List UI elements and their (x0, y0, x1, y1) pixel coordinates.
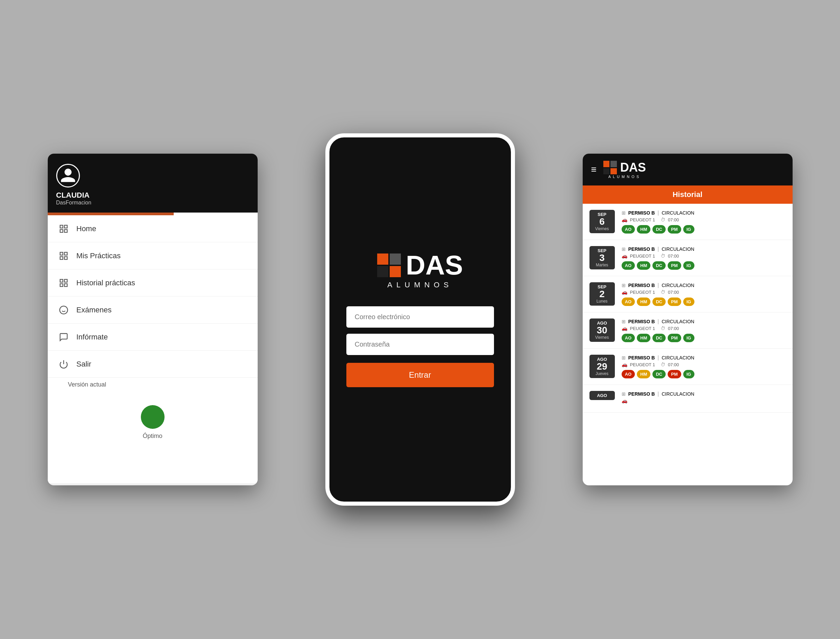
logo-grid (377, 253, 401, 277)
screens-container: CLAUDIA DasFormacion Home (48, 32, 792, 607)
right-logo-wrapper: DAS ALUMNOS (603, 161, 646, 179)
history-item: AGO ⊞ PERMISO B | CIRCULACION 🚗 (583, 385, 792, 413)
r-logo-cell-3 (603, 168, 610, 175)
nav-item-salir[interactable]: Salir (48, 351, 258, 378)
item-subtype: CIRCULACION (662, 355, 694, 361)
svg-rect-7 (64, 256, 67, 259)
tags-container: AOHMDCPMIG (622, 261, 786, 270)
date-badge: SEP 2 Lunes (589, 282, 615, 306)
item-subtype: CIRCULACION (662, 391, 694, 397)
nav-item-examenes[interactable]: Exámenes (48, 296, 258, 324)
clock-icon: ⏱ (660, 253, 665, 259)
separator: | (657, 282, 659, 288)
clock-icon: ⏱ (660, 217, 665, 223)
left-header: CLAUDIA DasFormacion (48, 154, 258, 213)
r-logo-cell-1 (603, 161, 610, 167)
user-name: CLAUDIA (56, 191, 249, 200)
svg-rect-10 (60, 284, 63, 286)
left-screen: CLAUDIA DasFormacion Home (48, 154, 258, 485)
date-day: 2 (593, 289, 611, 299)
separator: | (657, 355, 659, 361)
item-subtype: CIRCULACION (662, 283, 694, 288)
nav-item-historial[interactable]: Historial prácticas (48, 269, 258, 296)
tag-pm: PM (668, 225, 681, 234)
avatar (56, 164, 80, 188)
content-area: Óptimo (48, 392, 258, 447)
password-input[interactable] (346, 334, 494, 355)
tag-hm: HM (637, 297, 651, 306)
svg-rect-0 (60, 225, 63, 228)
item-car-row: 🚗 (622, 398, 786, 404)
email-input[interactable] (346, 306, 494, 327)
car-icon: 🚗 (622, 217, 627, 223)
history-item: SEP 6 Viernes ⊞ PERMISO B | CIRCULACION … (583, 204, 792, 240)
tag-dc: DC (652, 334, 666, 342)
nav-salir-label: Salir (76, 360, 91, 369)
item-time: 07:00 (668, 362, 679, 367)
right-screen: ≡ DAS ALUMNOS Historial SEP (583, 154, 792, 485)
center-screen: DAS ALUMNOS Entrar (325, 134, 515, 505)
tag-ig: IG (683, 297, 695, 306)
smile-icon (58, 304, 70, 316)
history-item: SEP 2 Lunes ⊞ PERMISO B | CIRCULACION 🚗 … (583, 276, 792, 312)
date-badge: AGO 30 Viernes (589, 318, 615, 342)
item-subtype: CIRCULACION (662, 246, 694, 252)
date-badge: SEP 3 Martes (589, 246, 615, 269)
tag-hm: HM (637, 261, 651, 270)
left-content: Home Mis Prácticas (48, 213, 258, 483)
tag-dc: DC (652, 297, 666, 306)
svg-rect-8 (60, 279, 63, 282)
separator: | (657, 318, 659, 324)
tag-ao: AO (622, 370, 635, 378)
green-dot (141, 405, 165, 429)
nav-practicas-label: Mis Prácticas (76, 251, 121, 260)
tag-hm: HM (637, 225, 651, 234)
svg-rect-3 (64, 229, 67, 232)
svg-rect-11 (64, 284, 67, 286)
date-badge: SEP 6 Viernes (589, 210, 615, 233)
item-car-row: 🚗 PEUGEOT 1 ⏱07:00 (622, 289, 786, 295)
svg-rect-1 (64, 225, 67, 228)
nav-historial-label: Historial prácticas (76, 278, 135, 287)
separator: | (657, 210, 659, 216)
item-type: PERMISO B (628, 283, 655, 288)
nav-item-home[interactable]: Home (48, 215, 258, 242)
date-day: 29 (593, 362, 611, 371)
logo-cell-3 (377, 266, 388, 277)
item-time: 07:00 (668, 326, 679, 331)
type-icon: ⊞ (622, 319, 626, 324)
date-badge: AGO 29 Jueves (589, 355, 615, 378)
item-details: ⊞ PERMISO B | CIRCULACION 🚗 PEUGEOT 1 ⏱0… (622, 210, 786, 234)
date-badge: AGO (589, 391, 615, 400)
date-day: 6 (593, 217, 611, 226)
tag-ao: AO (622, 334, 635, 342)
item-type-row: ⊞ PERMISO B | CIRCULACION (622, 246, 786, 252)
nav-item-mis-practicas[interactable]: Mis Prácticas (48, 242, 258, 269)
tag-ig: IG (683, 334, 695, 342)
tag-pm: PM (668, 297, 681, 306)
car-icon: 🚗 (622, 253, 627, 259)
date-month: AGO (593, 393, 611, 398)
right-alumnos-text: ALUMNOS (608, 175, 641, 179)
history-item: AGO 29 Jueves ⊞ PERMISO B | CIRCULACION … (583, 349, 792, 385)
orange-bar (48, 213, 174, 215)
chat-icon (58, 331, 70, 343)
alumnos-logo-text: ALUMNOS (387, 281, 453, 289)
r-logo-cell-4 (611, 168, 617, 175)
login-button[interactable]: Entrar (346, 363, 494, 387)
item-car-row: 🚗 PEUGEOT 1 ⏱07:00 (622, 217, 786, 223)
optimal-label: Óptimo (143, 432, 162, 441)
svg-point-12 (60, 306, 67, 314)
nav-examenes-label: Exámenes (76, 306, 112, 315)
version-text: Versión actual (58, 381, 116, 388)
hamburger-icon[interactable]: ≡ (591, 164, 597, 175)
date-day: 3 (593, 253, 611, 263)
power-icon (58, 358, 70, 370)
type-icon: ⊞ (622, 283, 626, 288)
nav-item-informate[interactable]: Infórmate (48, 324, 258, 351)
date-weekday: Martes (593, 263, 611, 267)
car-icon: 🚗 (622, 326, 627, 331)
grid3-icon (58, 277, 70, 289)
item-details: ⊞ PERMISO B | CIRCULACION 🚗 PEUGEOT 1 ⏱0… (622, 355, 786, 378)
tag-pm: PM (668, 261, 681, 270)
